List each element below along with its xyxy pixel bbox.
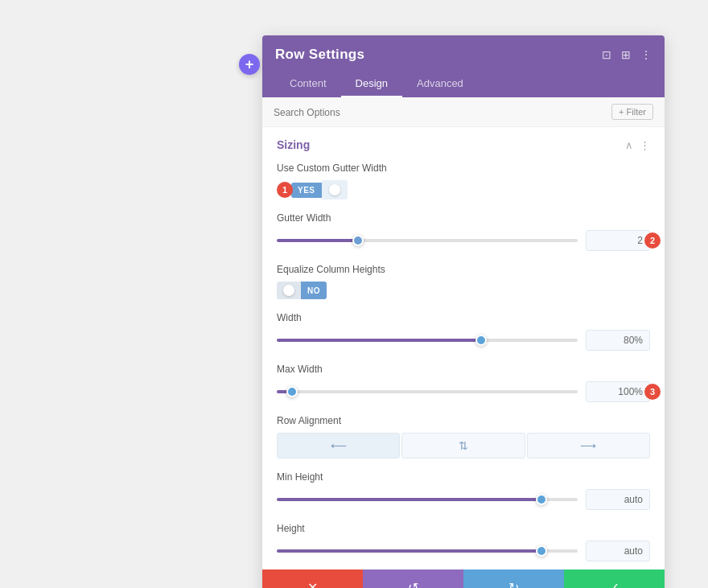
slider-thumb[interactable] [536, 545, 547, 557]
width-label: Width [277, 312, 650, 323]
height-slider[interactable] [277, 549, 578, 553]
alignment-buttons: ⟵ ⇅ ⟶ [277, 433, 650, 458]
width-setting: Width 80% [277, 312, 650, 351]
toggle-dot [329, 184, 340, 195]
height-value: auto [586, 541, 650, 561]
more-icon[interactable]: ⋮ [640, 48, 652, 61]
tab-bar: Content Design Advanced [275, 71, 652, 97]
slider-fill [277, 549, 541, 553]
toggle-off-area [277, 282, 301, 299]
align-center-button[interactable]: ⇅ [401, 433, 525, 458]
height-label: Height [277, 523, 650, 534]
use-custom-gutter-label: Use Custom Gutter Width [277, 162, 650, 174]
max-width-label: Max Width [277, 364, 650, 375]
toggle-dot-off [283, 285, 294, 296]
save-button[interactable]: ✓ ◢ [564, 569, 665, 588]
gutter-width-setting: Gutter Width 2 2 [277, 212, 650, 251]
section-header-controls: ∧ ⋮ [625, 139, 650, 151]
sizing-section: Sizing ∧ ⋮ Use Custom Gutter Width 1 YES [262, 127, 665, 569]
align-center-icon: ⇅ [459, 439, 468, 452]
tab-design[interactable]: Design [341, 71, 402, 97]
gutter-width-slider-row: 2 2 [277, 230, 650, 251]
slider-track [277, 390, 578, 393]
toggle-no-area[interactable] [322, 180, 348, 199]
redo-icon: ↻ [508, 580, 519, 589]
layout-icon[interactable]: ⊞ [621, 48, 631, 61]
row-alignment-setting: Row Alignment ⟵ ⇅ ⟶ [277, 415, 650, 458]
panel-footer: ✕ ↺ ↻ ✓ ◢ [262, 569, 665, 588]
max-width-slider[interactable] [277, 390, 578, 393]
width-value: 80% [586, 330, 650, 351]
tab-content[interactable]: Content [275, 71, 341, 97]
slider-fill [277, 339, 481, 342]
expand-icon[interactable]: ⊡ [602, 48, 611, 61]
max-width-setting: Max Width 100% 3 [277, 364, 650, 402]
equalize-column-heights-label: Equalize Column Heights [277, 264, 650, 275]
sizing-section-header: Sizing ∧ ⋮ [277, 138, 650, 151]
panel-header-icons: ⊡ ⊞ ⋮ [602, 48, 652, 61]
min-height-label: Min Height [277, 471, 650, 483]
badge-3: 3 [644, 384, 661, 400]
panel-title: Row Settings [275, 47, 364, 63]
gutter-width-slider[interactable] [277, 239, 578, 242]
width-slider-row: 80% [277, 330, 650, 351]
toggle-no-label[interactable]: NO [301, 282, 327, 299]
equalize-column-heights-setting: Equalize Column Heights NO [277, 264, 650, 299]
save-icon: ✓ [609, 580, 620, 589]
search-bar: + Filter [262, 97, 665, 127]
badge-1: 1 [277, 182, 293, 198]
cancel-icon: ✕ [307, 580, 318, 589]
slider-thumb[interactable] [352, 235, 364, 246]
gutter-width-label: Gutter Width [277, 212, 650, 224]
use-custom-gutter-setting: Use Custom Gutter Width 1 YES [277, 162, 650, 199]
height-slider-row: auto [277, 541, 650, 561]
slider-fill [277, 239, 358, 242]
section-more-icon[interactable]: ⋮ [640, 139, 650, 151]
slider-thumb[interactable] [475, 335, 487, 346]
add-row-button[interactable]: + [239, 54, 260, 75]
width-slider[interactable] [277, 339, 578, 342]
min-height-value: auto [586, 489, 650, 510]
sizing-title: Sizing [277, 138, 310, 151]
min-height-setting: Min Height auto [277, 471, 650, 510]
max-width-value: 100% 3 [586, 381, 650, 402]
panel-header: Row Settings ⊡ ⊞ ⋮ Content Design Advanc… [262, 35, 665, 97]
filter-button[interactable]: + Filter [611, 104, 653, 120]
use-custom-gutter-toggle[interactable]: 1 YES [291, 180, 650, 199]
slider-thumb[interactable] [536, 494, 547, 505]
min-height-slider[interactable] [277, 498, 578, 501]
row-alignment-label: Row Alignment [277, 415, 650, 426]
align-right-button[interactable]: ⟶ [527, 433, 650, 458]
slider-fill [277, 498, 541, 501]
panel-body: Sizing ∧ ⋮ Use Custom Gutter Width 1 YES [262, 127, 665, 569]
min-height-slider-row: auto [277, 489, 650, 510]
align-right-icon: ⟶ [580, 439, 596, 452]
badge-2: 2 [644, 232, 661, 249]
align-left-button[interactable]: ⟵ [277, 433, 400, 458]
collapse-icon[interactable]: ∧ [625, 139, 633, 151]
equalize-column-toggle[interactable]: NO [277, 282, 650, 299]
row-settings-panel: Row Settings ⊡ ⊞ ⋮ Content Design Advanc… [262, 35, 665, 588]
search-input[interactable] [274, 107, 611, 118]
toggle-yes-label[interactable]: YES [291, 183, 322, 198]
tab-advanced[interactable]: Advanced [402, 71, 478, 97]
undo-button[interactable]: ↺ [363, 569, 463, 588]
slider-thumb[interactable] [286, 386, 298, 397]
height-setting: Height auto [277, 523, 650, 561]
undo-icon: ↺ [408, 580, 418, 589]
max-width-slider-row: 100% 3 [277, 381, 650, 402]
align-left-icon: ⟵ [331, 439, 347, 452]
gutter-width-value: 2 2 [586, 230, 650, 251]
redo-button[interactable]: ↻ [463, 569, 564, 588]
cancel-button[interactable]: ✕ [262, 569, 363, 588]
